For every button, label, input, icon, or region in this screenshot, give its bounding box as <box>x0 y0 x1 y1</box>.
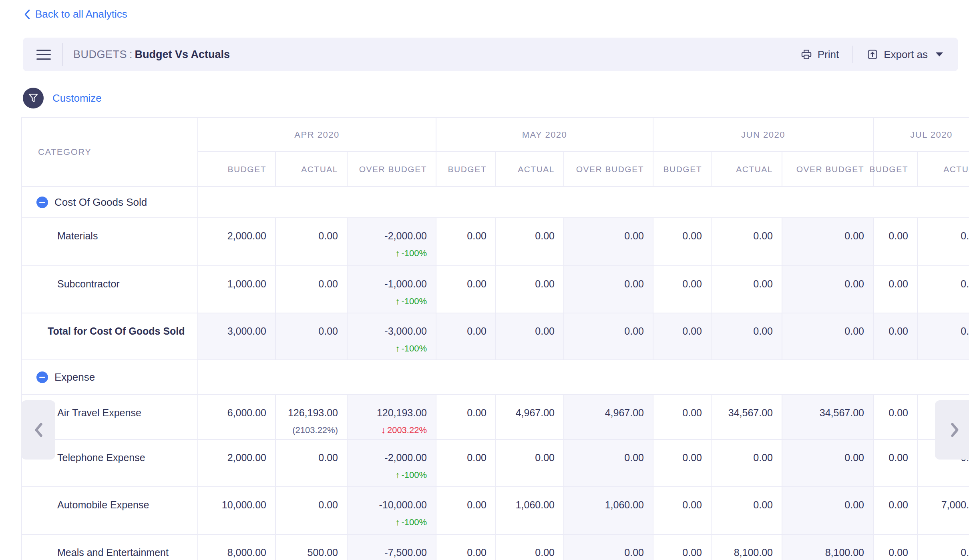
cell-amount: 0.00 <box>436 547 487 558</box>
report-toolbar: BUDGETS:Budget Vs Actuals Print Export a… <box>23 38 958 71</box>
column-header-cell: OVER BUDGET <box>564 152 653 187</box>
value-cell: -3,000.00↑-100% <box>348 313 436 360</box>
customize-filter-button[interactable] <box>23 88 44 108</box>
cell-amount: 10,000.00 <box>198 499 266 511</box>
category-cell: Automobile Expense <box>22 487 198 535</box>
cell-amount: 0.00 <box>712 278 773 290</box>
scroll-right-button[interactable] <box>935 400 969 460</box>
arrow-up-icon: ↑ <box>395 296 400 306</box>
hamburger-icon[interactable] <box>36 50 51 60</box>
minus-circle-icon[interactable] <box>36 371 48 383</box>
value-cell: 8,100.00 <box>712 535 782 560</box>
cell-amount: 0.00 <box>782 325 864 337</box>
cell-amount: 0.00 <box>564 325 644 337</box>
cell-amount: 4,967.00 <box>496 407 555 419</box>
cell-amount: 0.00 <box>874 499 908 511</box>
column-header-cell: OVER BUDGET <box>782 152 874 187</box>
value-cell: 0.00 <box>496 535 564 560</box>
cell-amount: 0.00 <box>653 325 702 337</box>
group-row-header: Expense <box>22 360 198 395</box>
column-header-cell: ACTUAL <box>918 152 969 187</box>
cell-amount: -3,000.00 <box>348 325 427 337</box>
cell-amount: 0.00 <box>918 278 969 290</box>
value-cell: 0.00 <box>436 313 496 360</box>
report-name: Budget Vs Actuals <box>135 48 230 60</box>
chevron-left-icon <box>33 422 44 438</box>
percent-indicator: ↓2003.22% <box>348 425 427 436</box>
cell-amount: 8,000.00 <box>198 547 266 558</box>
category-header-cell: CATEGORY <box>22 118 198 187</box>
value-cell: 8,100.00 <box>782 535 874 560</box>
value-cell: 8,000.00 <box>198 535 276 560</box>
value-cell: 0.00 <box>653 487 712 535</box>
cell-amount: 0.00 <box>874 230 908 242</box>
budget-vs-actuals-table: CATEGORYAPR 2020MAY 2020JUN 2020JUL 2020… <box>21 117 969 560</box>
cell-amount: 500.00 <box>276 547 338 558</box>
value-cell: 0.00 <box>436 218 496 266</box>
cell-amount: 0.00 <box>653 230 702 242</box>
cell-amount: 0.00 <box>782 499 864 511</box>
cell-amount: 0.00 <box>496 547 555 558</box>
cell-amount: 0.00 <box>564 230 644 242</box>
cell-amount: 34,567.00 <box>712 407 773 419</box>
category-cell: Meals and Entertainment <box>22 535 198 560</box>
group-row-label: Expense <box>54 371 95 383</box>
category-cell: Materials <box>22 218 198 266</box>
value-cell: 6,000.00 <box>198 395 276 440</box>
cell-amount: 120,193.00 <box>348 407 427 419</box>
cell-amount: 0.00 <box>712 230 773 242</box>
value-cell: 0.00 <box>436 266 496 313</box>
value-cell: 0.00 <box>712 218 782 266</box>
print-label: Print <box>818 48 839 61</box>
cell-amount: 3,000.00 <box>198 325 266 337</box>
month-header-cell: JUL 2020 <box>874 118 969 152</box>
value-cell: 0.00 <box>436 535 496 560</box>
cell-amount: 0.00 <box>874 547 908 558</box>
arrow-up-icon: ↑ <box>395 517 400 527</box>
value-cell: 0.00 <box>782 487 874 535</box>
export-as-button[interactable]: Export as <box>867 48 943 61</box>
cell-amount: 0.00 <box>653 452 702 464</box>
value-cell: 0.00 <box>653 440 712 487</box>
value-cell: 0.00 <box>496 218 564 266</box>
arrow-up-icon: ↑ <box>395 470 400 480</box>
value-cell: -10,000.00↑-100% <box>348 487 436 535</box>
cell-amount: 0.00 <box>436 325 487 337</box>
scroll-left-button[interactable] <box>21 400 55 460</box>
value-cell: 500.00 <box>276 535 348 560</box>
back-link[interactable]: Back to all Analytics <box>24 8 127 20</box>
minus-circle-icon[interactable] <box>36 197 48 208</box>
print-button[interactable]: Print <box>801 48 839 61</box>
cell-amount: 0.00 <box>276 230 338 242</box>
column-header-cell: ACTUAL <box>276 152 348 187</box>
cell-amount: 1,060.00 <box>564 499 644 511</box>
value-cell: 4,967.00 <box>496 395 564 440</box>
customize-link[interactable]: Customize <box>52 92 102 104</box>
cell-amount: 126,193.00 <box>276 407 338 419</box>
total-row-label: Total for Cost Of Goods Sold <box>22 313 198 360</box>
arrow-down-icon: ↓ <box>381 425 386 435</box>
column-header-cell: BUDGET <box>436 152 496 187</box>
export-box-arrow-icon <box>867 49 878 60</box>
cell-amount: 0.00 <box>653 278 702 290</box>
cell-amount: 1,000.00 <box>198 278 266 290</box>
cell-amount: 6,000.00 <box>198 407 266 419</box>
value-cell: 0.00 <box>918 313 969 360</box>
value-cell: 0.00 <box>874 535 918 560</box>
category-cell: Subcontractor <box>22 266 198 313</box>
value-cell: 0.00 <box>653 535 712 560</box>
value-cell: 0.00 <box>276 440 348 487</box>
group-row-filler <box>198 360 969 395</box>
value-cell: 7,000.00 <box>918 487 969 535</box>
cell-amount: 0.00 <box>653 499 702 511</box>
column-header-cell: BUDGET <box>653 152 712 187</box>
caret-down-icon <box>936 52 943 56</box>
cell-amount: 0.00 <box>564 278 644 290</box>
cell-amount: 0.00 <box>782 230 864 242</box>
value-cell: 0.00 <box>874 218 918 266</box>
value-cell: 0.00 <box>436 395 496 440</box>
value-cell: 3,000.00 <box>198 313 276 360</box>
value-cell: 0.00 <box>564 218 653 266</box>
cell-amount: 0.00 <box>436 452 487 464</box>
value-cell: -2,000.00↑-100% <box>348 218 436 266</box>
